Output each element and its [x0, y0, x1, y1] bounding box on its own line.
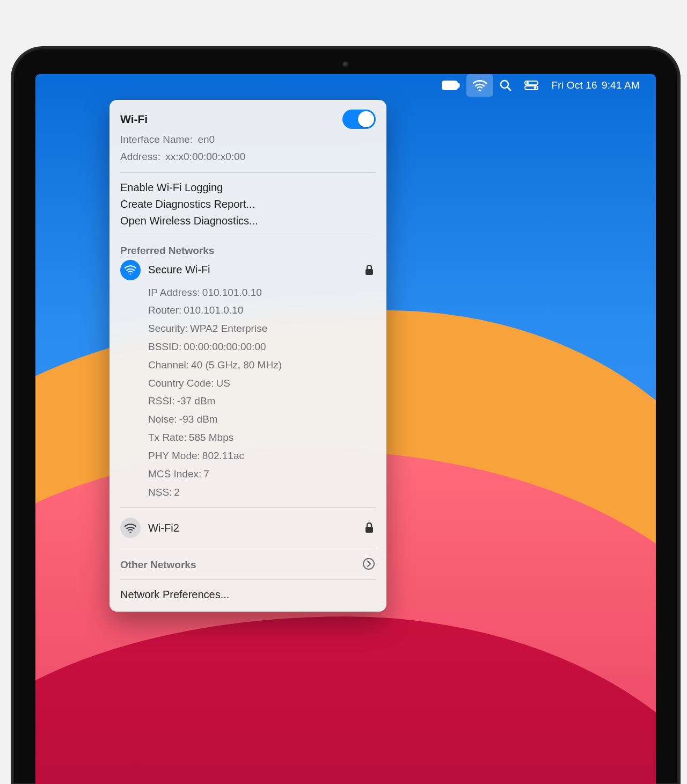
wifi-connected-icon [120, 260, 141, 280]
network-secure-wifi[interactable]: Secure Wi-Fi [120, 257, 376, 284]
svg-line-4 [508, 88, 511, 91]
preferred-networks-label: Preferred Networks [120, 243, 376, 257]
network-name: Secure Wi-Fi [148, 264, 357, 276]
chevron-right-icon [362, 557, 376, 571]
lock-icon [365, 265, 376, 275]
other-networks-label: Other Networks [120, 557, 196, 571]
wifi-dropdown-panel: Wi-Fi Interface Name: en0 Address: xx:x0… [109, 100, 386, 612]
open-wireless-diagnostics[interactable]: Open Wireless Diagnostics... [120, 213, 376, 229]
svg-rect-1 [444, 83, 456, 89]
svg-rect-9 [366, 269, 373, 275]
svg-rect-2 [458, 83, 459, 88]
wifi-toggle[interactable] [342, 110, 376, 129]
enable-wifi-logging[interactable]: Enable Wi-Fi Logging [120, 179, 376, 196]
network-wifi2[interactable]: Wi-Fi2 [120, 514, 376, 541]
network-preferences[interactable]: Network Preferences... [120, 586, 376, 603]
other-networks[interactable]: Other Networks [120, 555, 376, 573]
svg-point-11 [363, 558, 374, 569]
wifi-title: Wi-Fi [120, 113, 148, 126]
create-diagnostics-report[interactable]: Create Diagnostics Report... [120, 196, 376, 213]
battery-icon[interactable] [435, 74, 466, 97]
desktop-screen: Fri Oct 16 9:41 AM Wi-Fi Interface Name:… [35, 74, 656, 784]
svg-point-6 [527, 82, 529, 84]
menu-bar-clock[interactable]: Fri Oct 16 9:41 AM [545, 74, 646, 97]
wifi-available-icon [120, 518, 141, 538]
menu-bar-time: 9:41 AM [602, 79, 640, 91]
menu-bar: Fri Oct 16 9:41 AM [35, 74, 656, 97]
wifi-menubar-icon[interactable] [466, 74, 493, 97]
laptop-camera [342, 61, 349, 68]
menu-bar-date: Fri Oct 16 [551, 79, 597, 91]
network-name: Wi-Fi2 [148, 522, 357, 534]
network-details: IP Address:010.101.0.10 Router:010.101.0… [120, 284, 376, 502]
laptop-bezel: Fri Oct 16 9:41 AM Wi-Fi Interface Name:… [13, 48, 678, 784]
mac-address-row: Address: xx:x0:00:00:x0:00 [120, 148, 376, 165]
svg-point-8 [534, 87, 536, 89]
spotlight-search-icon[interactable] [493, 74, 518, 97]
interface-name-row: Interface Name: en0 [120, 131, 376, 148]
control-center-icon[interactable] [518, 74, 545, 97]
svg-rect-10 [366, 527, 373, 533]
lock-icon [365, 522, 376, 533]
